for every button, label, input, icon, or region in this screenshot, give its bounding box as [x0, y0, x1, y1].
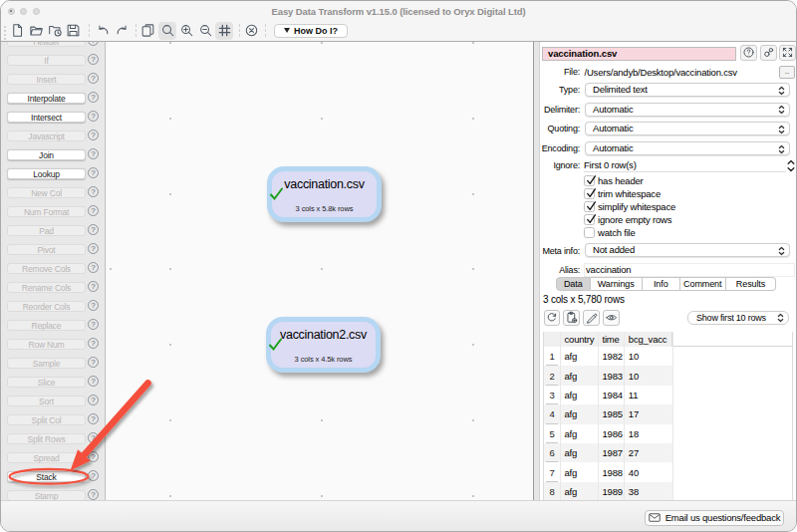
- tab-warnings[interactable]: Warnings: [591, 277, 644, 291]
- row-number[interactable]: 6: [544, 443, 561, 462]
- column-header-bcg_vacc[interactable]: bcg_vacc: [625, 332, 672, 347]
- checkbox-watch-file[interactable]: [584, 227, 595, 238]
- table-row[interactable]: 6afg198727: [544, 443, 793, 462]
- dataset-name-field[interactable]: [542, 47, 736, 61]
- transform-button-lookup[interactable]: Lookup: [7, 168, 86, 179]
- transform-button-slice[interactable]: Slice: [7, 377, 86, 388]
- tab-results[interactable]: Results: [726, 277, 776, 291]
- cell-time[interactable]: 1982: [599, 347, 625, 366]
- cell-time[interactable]: 1984: [599, 386, 625, 404]
- cell-country[interactable]: afg: [561, 404, 599, 423]
- tab-data[interactable]: Data: [556, 277, 591, 291]
- expand-button[interactable]: [779, 45, 796, 61]
- transform-button-pad[interactable]: Pad: [7, 225, 86, 236]
- transform-button-javascript[interactable]: Javascript: [7, 131, 86, 141]
- transform-button-remove-cols[interactable]: Remove Cols: [7, 263, 86, 274]
- row-number[interactable]: 3: [544, 386, 561, 404]
- cell-time[interactable]: 1986: [599, 424, 625, 443]
- cell-country[interactable]: afg: [561, 443, 599, 462]
- tab-info[interactable]: Info: [643, 277, 680, 291]
- transform-button-split-col[interactable]: Split Col: [7, 414, 86, 425]
- transform-button-stack[interactable]: Stack: [7, 471, 86, 482]
- cell-time[interactable]: 1988: [599, 462, 625, 481]
- transform-button-interpolate[interactable]: Interpolate: [7, 93, 86, 104]
- transform-help-button[interactable]: ?: [88, 186, 99, 197]
- cell-country[interactable]: afg: [561, 482, 599, 500]
- email-feedback-button[interactable]: Email us questions/feedback: [645, 510, 784, 526]
- undo-button[interactable]: [94, 22, 112, 40]
- select-button[interactable]: [158, 22, 176, 40]
- cell-country[interactable]: afg: [561, 347, 599, 366]
- cell-bcg_vacc[interactable]: 17: [625, 404, 672, 423]
- copy-button[interactable]: [138, 22, 156, 40]
- transform-button-insert[interactable]: Insert: [7, 74, 86, 85]
- table-row[interactable]: 5afg198618: [544, 424, 793, 443]
- meta-info-select[interactable]: Not added: [585, 243, 790, 257]
- flow-canvas[interactable]: vaccination.csv3 cols x 5.8k rowsvaccina…: [107, 42, 533, 500]
- row-number[interactable]: 4: [544, 404, 561, 423]
- column-header-country[interactable]: country: [561, 332, 599, 347]
- tab-comment[interactable]: Comment: [680, 277, 727, 291]
- transform-help-button[interactable]: ?: [88, 281, 99, 292]
- table-row[interactable]: 2afg198310: [544, 366, 793, 385]
- select-delimiter[interactable]: Automatic: [585, 103, 790, 117]
- transform-help-button[interactable]: ?: [88, 262, 99, 273]
- table-row[interactable]: 7afg198840: [544, 462, 793, 481]
- edit-button[interactable]: [583, 310, 600, 326]
- dataset-node[interactable]: vaccination.csv3 cols x 5.8k rows: [267, 166, 382, 222]
- zoom-out-button[interactable]: [196, 22, 214, 40]
- transform-button-stamp[interactable]: Stamp: [7, 490, 86, 500]
- transform-button-spread[interactable]: Spread: [7, 452, 86, 463]
- transform-help-button[interactable]: ?: [88, 54, 99, 65]
- transform-button-sample[interactable]: Sample: [7, 358, 86, 369]
- help-button[interactable]: [740, 45, 757, 61]
- cancel-button[interactable]: [242, 22, 260, 40]
- table-row[interactable]: 1afg198210: [544, 347, 793, 366]
- alias-field[interactable]: vaccination: [584, 263, 795, 277]
- select-encoding[interactable]: Automatic: [585, 141, 790, 155]
- transform-button-replace[interactable]: Replace: [7, 320, 86, 331]
- column-header-time[interactable]: time: [599, 332, 625, 347]
- browse-button[interactable]: ..: [779, 66, 795, 79]
- cell-time[interactable]: 1983: [599, 366, 625, 385]
- transform-button-pivot[interactable]: Pivot: [7, 244, 86, 255]
- transform-help-button[interactable]: ?: [88, 300, 99, 311]
- zoom-in-button[interactable]: [177, 22, 195, 40]
- grid-button[interactable]: [215, 22, 233, 40]
- cell-country[interactable]: afg: [561, 366, 599, 385]
- row-number[interactable]: 2: [544, 366, 561, 385]
- transform-help-button[interactable]: ?: [88, 167, 99, 178]
- transform-help-button[interactable]: ?: [88, 489, 99, 500]
- cell-bcg_vacc[interactable]: 38: [625, 482, 672, 500]
- file-path-value[interactable]: /Users/andyb/Desktop/vaccination.csv: [585, 67, 737, 78]
- transform-help-button[interactable]: ?: [88, 42, 99, 46]
- transform-button-rename-cols[interactable]: Rename Cols: [7, 282, 86, 293]
- select-quoting[interactable]: Automatic: [585, 122, 790, 135]
- transform-help-button[interactable]: ?: [88, 451, 99, 462]
- cell-country[interactable]: afg: [561, 462, 599, 481]
- cell-bcg_vacc[interactable]: 11: [625, 386, 672, 404]
- ignore-stepper[interactable]: [786, 158, 796, 171]
- transform-button-row-num[interactable]: Row Num: [7, 339, 86, 350]
- ignore-rows-field[interactable]: First 0 row(s): [584, 158, 786, 172]
- transform-help-button[interactable]: ?: [88, 111, 99, 122]
- transform-button-header[interactable]: Header: [7, 42, 86, 47]
- how-do-i-button[interactable]: How Do I?: [274, 24, 348, 38]
- transform-help-button[interactable]: ?: [88, 130, 99, 140]
- preview-button[interactable]: [603, 310, 620, 326]
- transform-help-button[interactable]: ?: [88, 92, 99, 103]
- transform-button-new-col[interactable]: New Col: [7, 187, 86, 198]
- transform-help-button[interactable]: ?: [88, 243, 99, 254]
- refresh-button[interactable]: [544, 310, 561, 326]
- transform-help-button[interactable]: ?: [88, 73, 99, 84]
- table-row[interactable]: 4afg198517: [544, 404, 793, 423]
- transform-button-intersect[interactable]: Intersect: [7, 112, 86, 123]
- transform-help-button[interactable]: ?: [88, 470, 99, 481]
- table-row[interactable]: 3afg198411: [544, 386, 793, 404]
- transform-help-button[interactable]: ?: [88, 432, 99, 443]
- transform-button-split-rows[interactable]: Split Rows: [7, 433, 86, 444]
- cell-time[interactable]: 1987: [599, 443, 625, 462]
- transform-help-button[interactable]: ?: [88, 395, 99, 405]
- open-file-button[interactable]: [28, 22, 46, 40]
- transform-button-join[interactable]: Join: [7, 149, 86, 160]
